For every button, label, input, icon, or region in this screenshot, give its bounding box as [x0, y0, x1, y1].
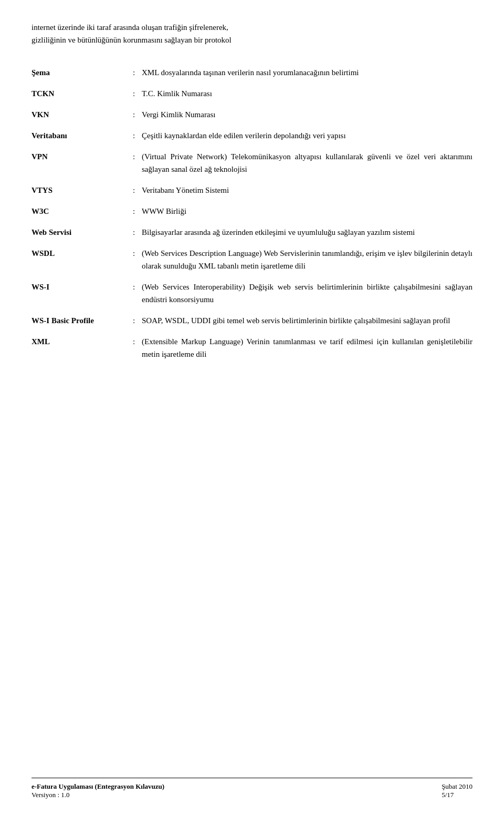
- table-row: Şema:XML dosyalarında taşınan verilerin …: [32, 62, 472, 83]
- term-colon: :: [126, 180, 142, 201]
- term-colon: :: [126, 331, 142, 365]
- term-name: Veritabanı: [32, 125, 126, 146]
- term-name: Web Servisi: [32, 222, 126, 243]
- term-name: VKN: [32, 104, 126, 125]
- table-row: Web Servisi:Bilgisayarlar arasında ağ üz…: [32, 222, 472, 243]
- term-colon: :: [126, 104, 142, 125]
- table-row: Veritabanı:Çeşitli kaynaklardan elde edi…: [32, 125, 472, 146]
- table-row: WS-I:(Web Services Interoperability) Değ…: [32, 276, 472, 310]
- term-definition: Çeşitli kaynaklardan elde edilen veriler…: [142, 125, 472, 146]
- term-name: WSDL: [32, 243, 126, 276]
- intro-text: internet üzerinde iki taraf arasında olu…: [32, 21, 472, 46]
- term-colon: :: [126, 222, 142, 243]
- term-colon: :: [126, 83, 142, 104]
- term-name: VPN: [32, 146, 126, 180]
- term-name: VTYS: [32, 180, 126, 201]
- table-row: WSDL:(Web Services Description Language)…: [32, 243, 472, 276]
- term-name: XML: [32, 331, 126, 365]
- table-row: XML:(Extensible Markup Language) Verinin…: [32, 331, 472, 365]
- table-row: TCKN:T.C. Kimlik Numarası: [32, 83, 472, 104]
- footer-app-title: e-Fatura Uygulaması (Entegrasyon Kılavuz…: [32, 782, 164, 791]
- term-definition: T.C. Kimlik Numarası: [142, 83, 472, 104]
- footer: e-Fatura Uygulaması (Entegrasyon Kılavuz…: [32, 778, 472, 799]
- term-colon: :: [126, 62, 142, 83]
- term-definition: WWW Birliği: [142, 201, 472, 222]
- term-definition: Veritabanı Yönetim Sistemi: [142, 180, 472, 201]
- intro-line2: gizliliğinin ve bütünlüğünün korunmasını…: [32, 36, 232, 44]
- term-definition: (Virtual Private Network) Telekomünikasy…: [142, 146, 472, 180]
- table-row: VPN:(Virtual Private Network) Telekomüni…: [32, 146, 472, 180]
- table-row: W3C:WWW Birliği: [32, 201, 472, 222]
- term-name: WS-I Basic Profile: [32, 310, 126, 331]
- term-colon: :: [126, 125, 142, 146]
- intro-line1: internet üzerinde iki taraf arasında olu…: [32, 23, 228, 32]
- term-definition: SOAP, WSDL, UDDI gibi temel web servis b…: [142, 310, 472, 331]
- term-name: TCKN: [32, 83, 126, 104]
- table-row: WS-I Basic Profile:SOAP, WSDL, UDDI gibi…: [32, 310, 472, 331]
- table-row: VTYS:Veritabanı Yönetim Sistemi: [32, 180, 472, 201]
- footer-date: Şubat 2010: [442, 782, 472, 791]
- term-colon: :: [126, 146, 142, 180]
- footer-page: 5/17: [442, 791, 472, 799]
- term-name: Şema: [32, 62, 126, 83]
- term-name: WS-I: [32, 276, 126, 310]
- footer-version: Versiyon : 1.0: [32, 791, 164, 799]
- term-name: W3C: [32, 201, 126, 222]
- term-definition: (Web Services Interoperability) Değişik …: [142, 276, 472, 310]
- term-colon: :: [126, 276, 142, 310]
- term-definition: (Web Services Description Language) Web …: [142, 243, 472, 276]
- footer-left-section: e-Fatura Uygulaması (Entegrasyon Kılavuz…: [32, 782, 164, 799]
- term-definition: Bilgisayarlar arasında ağ üzerinden etki…: [142, 222, 472, 243]
- term-definition: (Extensible Markup Language) Verinin tan…: [142, 331, 472, 365]
- term-definition: XML dosyalarında taşınan verilerin nasıl…: [142, 62, 472, 83]
- term-colon: :: [126, 310, 142, 331]
- footer-right-section: Şubat 2010 5/17: [442, 782, 472, 799]
- term-table: Şema:XML dosyalarında taşınan verilerin …: [32, 62, 472, 365]
- term-colon: :: [126, 201, 142, 222]
- page: internet üzerinde iki taraf arasında olu…: [0, 0, 504, 815]
- table-row: VKN:Vergi Kimlik Numarası: [32, 104, 472, 125]
- term-definition: Vergi Kimlik Numarası: [142, 104, 472, 125]
- term-colon: :: [126, 243, 142, 276]
